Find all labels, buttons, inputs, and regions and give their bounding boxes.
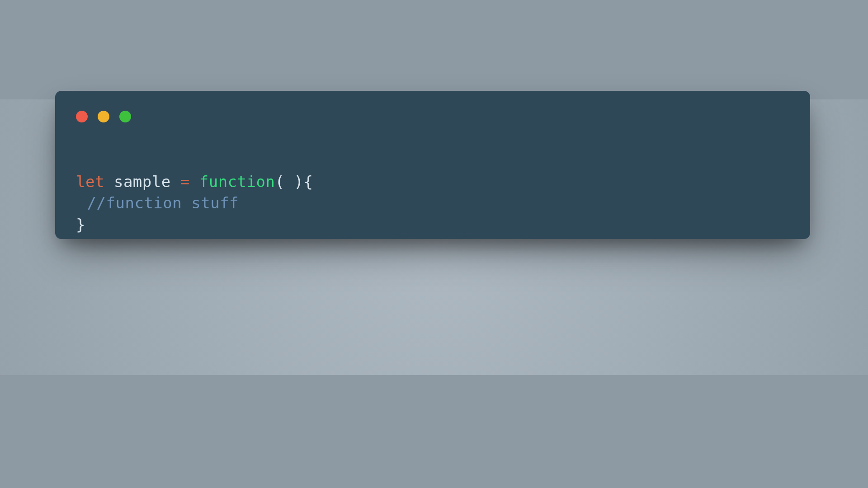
- token-ident-sample: sample: [114, 173, 171, 191]
- code-line-3: }: [76, 216, 85, 234]
- letterbox-top: [0, 0, 868, 99]
- stage: let sample = function( ){ //function stu…: [0, 99, 868, 375]
- token-open-brace: {: [303, 173, 313, 191]
- code-window: let sample = function( ){ //function stu…: [55, 91, 810, 239]
- token-equals: =: [180, 173, 190, 191]
- token-comment: //function stuff: [87, 194, 239, 212]
- code-line-2: //function stuff: [76, 194, 239, 212]
- letterbox-bottom: [0, 375, 868, 488]
- token-function-word: function: [199, 173, 275, 191]
- token-close-brace: }: [76, 216, 85, 234]
- code-block: let sample = function( ){ //function stu…: [76, 150, 313, 257]
- minimize-icon[interactable]: [98, 111, 109, 122]
- close-icon[interactable]: [76, 111, 88, 122]
- window-titlebar: [76, 111, 131, 122]
- token-keyword-let: let: [76, 173, 104, 191]
- token-parens: ( ): [275, 173, 303, 191]
- zoom-icon[interactable]: [119, 111, 131, 122]
- code-line-1: let sample = function( ){: [76, 173, 313, 191]
